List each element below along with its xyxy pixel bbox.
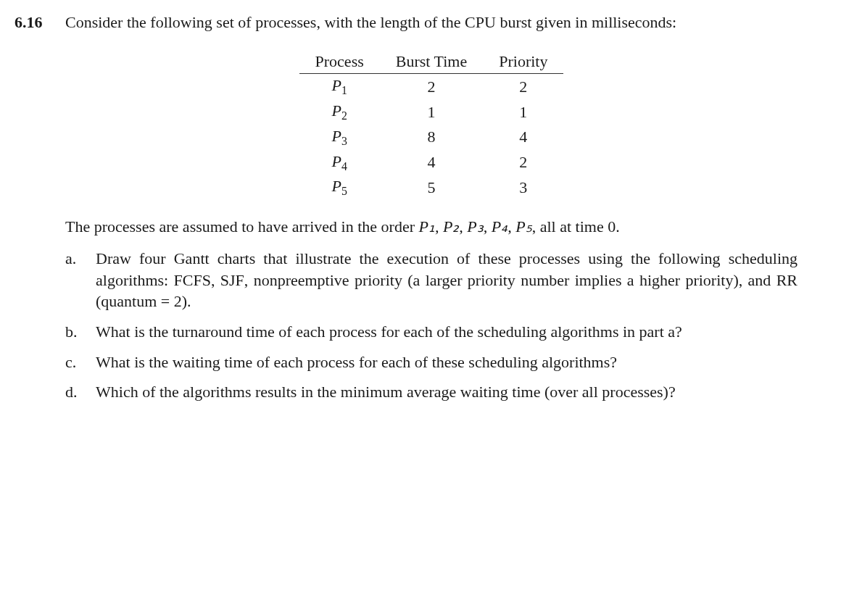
problem-body: Consider the following set of processes,… [65,12,798,412]
subpart-label: b. [65,321,96,343]
table-header-row: Process Burst Time Priority [299,49,564,74]
subpart-c: c. What is the waiting time of each proc… [65,351,798,373]
cell-process: P3 [299,125,380,150]
subpart-label: a. [65,248,96,270]
process-order-list: P₁, P₂, P₃, P₄, P₅ [418,217,531,236]
rr-term: RR [776,271,798,289]
cell-priority: 2 [483,150,563,175]
subpart-label: d. [65,381,96,403]
cell-process: P2 [299,99,380,125]
subpart-text: What is the turnaround time of each proc… [96,321,798,343]
table-row: P5 5 3 [299,175,564,200]
table-row: P3 8 4 [299,125,564,150]
cell-burst: 5 [380,175,483,200]
problem-block: 6.16 Consider the following set of proce… [14,12,798,412]
cell-process: P4 [299,150,380,175]
subpart-d: d. Which of the algorithms results in th… [65,381,798,403]
cell-priority: 1 [483,99,563,125]
cell-process: P5 [299,175,380,200]
page-content: 6.16 Consider the following set of proce… [0,0,841,426]
intro-text: Consider the following set of processes,… [65,12,798,33]
cell-burst: 1 [380,99,483,125]
cell-priority: 3 [483,175,563,200]
fcfs-term: FCFS [174,271,211,289]
cell-priority: 4 [483,125,563,150]
subpart-text: What is the waiting time of each process… [96,351,798,373]
subpart-b: b. What is the turnaround time of each p… [65,321,798,343]
cell-burst: 8 [380,125,483,150]
cell-priority: 2 [483,74,563,99]
cell-process: P1 [299,74,380,99]
arrival-text: The processes are assumed to have arrive… [65,216,798,238]
subpart-a: a. Draw four Gantt charts that illustrat… [65,248,798,312]
subpart-list: a. Draw four Gantt charts that illustrat… [65,248,798,403]
subpart-label: c. [65,351,96,373]
subpart-text: Which of the algorithms results in the m… [96,381,798,403]
cell-burst: 2 [380,74,483,99]
subpart-text: Draw four Gantt charts that illustrate t… [96,248,798,312]
table-header-burst: Burst Time [380,49,483,74]
problem-number: 6.16 [14,12,65,33]
cell-burst: 4 [380,150,483,175]
sjf-term: SJF [220,271,244,289]
table-header-process: Process [299,49,380,74]
table-header-priority: Priority [483,49,563,74]
table-row: P4 4 2 [299,150,564,175]
process-table: Process Burst Time Priority P1 2 2 P2 1 … [299,49,564,201]
table-row: P1 2 2 [299,74,564,99]
table-row: P2 1 1 [299,99,564,125]
